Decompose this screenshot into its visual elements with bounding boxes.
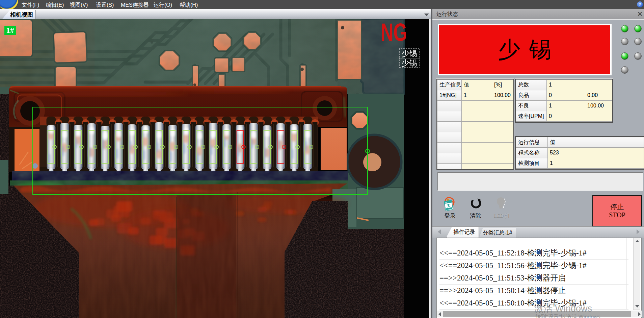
svg-text:少锡: 少锡 [402, 58, 417, 67]
svg-text:1#: 1# [6, 26, 14, 34]
svg-text:NG: NG [381, 19, 407, 46]
svg-text:少锡: 少锡 [402, 49, 417, 58]
